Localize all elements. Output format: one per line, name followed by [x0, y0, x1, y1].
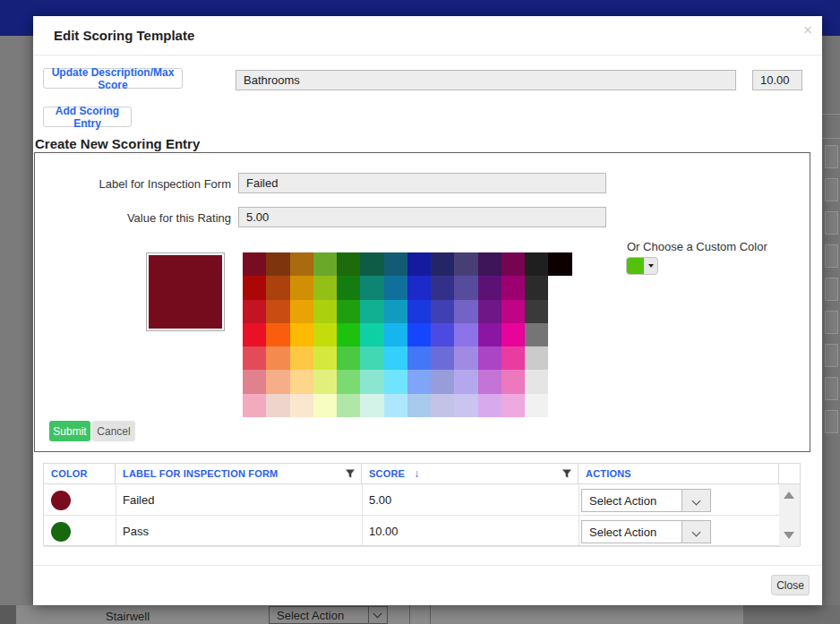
scroll-down-icon[interactable] — [784, 532, 794, 539]
value-field-input[interactable] — [238, 207, 606, 227]
palette-color[interactable] — [360, 323, 383, 346]
palette-color[interactable] — [337, 346, 360, 370]
palette-color[interactable] — [313, 370, 337, 393]
palette-color[interactable] — [243, 252, 266, 276]
table-scrollbar[interactable] — [779, 484, 800, 546]
palette-color[interactable] — [407, 346, 431, 370]
palette-color[interactable] — [290, 252, 313, 276]
palette-color[interactable] — [266, 346, 289, 370]
palette-color[interactable] — [290, 370, 313, 393]
close-button[interactable]: Close — [771, 575, 810, 595]
palette-color[interactable] — [360, 346, 383, 370]
palette-color[interactable] — [337, 323, 360, 346]
palette-color[interactable] — [266, 394, 289, 417]
palette-color[interactable] — [431, 300, 454, 323]
palette-color[interactable] — [407, 300, 431, 323]
palette-color[interactable] — [290, 300, 313, 323]
palette-color[interactable] — [431, 252, 454, 276]
palette-color[interactable] — [266, 300, 289, 323]
palette-color[interactable] — [360, 276, 383, 299]
palette-color[interactable] — [501, 252, 525, 276]
palette-color[interactable] — [407, 252, 431, 276]
palette-color[interactable] — [360, 370, 383, 393]
palette-color[interactable] — [384, 323, 407, 346]
palette-color[interactable] — [478, 323, 501, 346]
palette-color[interactable] — [525, 394, 548, 417]
palette-color[interactable] — [407, 276, 431, 299]
palette-color[interactable] — [431, 276, 454, 299]
palette-color[interactable] — [266, 276, 289, 299]
palette-color[interactable] — [313, 252, 337, 276]
palette-color[interactable] — [243, 300, 266, 323]
palette-color[interactable] — [478, 300, 501, 323]
cancel-button[interactable]: Cancel — [92, 421, 135, 441]
palette-color[interactable] — [501, 300, 525, 323]
filter-icon[interactable] — [345, 468, 356, 481]
column-header-actions[interactable]: ACTIONS — [579, 464, 779, 483]
palette-color[interactable] — [313, 323, 337, 346]
palette-color[interactable] — [290, 394, 313, 417]
max-score-input[interactable] — [752, 70, 802, 90]
palette-color[interactable] — [501, 370, 525, 393]
palette-color[interactable] — [501, 346, 525, 370]
palette-color[interactable] — [431, 346, 454, 370]
palette-color[interactable] — [266, 323, 289, 346]
palette-color[interactable] — [454, 346, 477, 370]
palette-color[interactable] — [337, 370, 360, 393]
palette-color[interactable] — [290, 276, 313, 299]
palette-color[interactable] — [313, 276, 337, 299]
palette-color[interactable] — [454, 300, 477, 323]
palette-color[interactable] — [266, 370, 289, 393]
palette-color[interactable] — [337, 276, 360, 299]
palette-color[interactable] — [407, 323, 431, 346]
palette-color[interactable] — [454, 323, 477, 346]
palette-color[interactable] — [478, 370, 501, 393]
palette-color[interactable] — [243, 276, 266, 299]
palette-color[interactable] — [290, 323, 313, 346]
palette-color[interactable] — [384, 276, 407, 299]
palette-color[interactable] — [384, 346, 407, 370]
palette-color[interactable] — [360, 252, 383, 276]
palette-color[interactable] — [313, 300, 337, 323]
label-field-input[interactable] — [238, 173, 606, 193]
close-icon[interactable]: × — [803, 21, 812, 39]
palette-color[interactable] — [431, 394, 454, 417]
scroll-up-icon[interactable] — [784, 492, 794, 499]
palette-color[interactable] — [454, 370, 477, 393]
palette-color[interactable] — [290, 346, 313, 370]
palette-color-black[interactable] — [548, 252, 571, 276]
palette-color[interactable] — [313, 346, 337, 370]
palette-color[interactable] — [337, 300, 360, 323]
palette-color[interactable] — [360, 394, 383, 417]
column-header-color[interactable]: COLOR — [44, 464, 116, 483]
palette-color[interactable] — [525, 276, 548, 299]
select-action-dropdown[interactable]: Select Action — [581, 489, 711, 512]
palette-color[interactable] — [407, 370, 431, 393]
palette-color[interactable] — [313, 394, 337, 417]
submit-button[interactable]: Submit — [49, 421, 90, 441]
palette-color[interactable] — [337, 252, 360, 276]
palette-color[interactable] — [384, 370, 407, 393]
palette-color[interactable] — [454, 394, 477, 417]
palette-color[interactable] — [431, 370, 454, 393]
palette-color[interactable] — [501, 394, 525, 417]
palette-color[interactable] — [525, 370, 548, 393]
palette-color[interactable] — [478, 394, 501, 417]
palette-color[interactable] — [431, 323, 454, 346]
palette-color[interactable] — [454, 252, 477, 276]
palette-color[interactable] — [360, 300, 383, 323]
palette-color[interactable] — [478, 252, 501, 276]
palette-color[interactable] — [243, 346, 266, 370]
palette-color[interactable] — [525, 300, 548, 323]
palette-color[interactable] — [501, 276, 525, 299]
column-header-label[interactable]: LABEL FOR INSPECTION FORM — [116, 464, 362, 483]
palette-color[interactable] — [478, 276, 501, 299]
palette-color[interactable] — [525, 346, 548, 370]
palette-color[interactable] — [384, 300, 407, 323]
palette-color[interactable] — [266, 252, 289, 276]
palette-color[interactable] — [525, 252, 548, 276]
palette-color[interactable] — [525, 323, 548, 346]
select-action-dropdown[interactable]: Select Action — [581, 520, 711, 543]
palette-color[interactable] — [407, 394, 431, 417]
palette-color[interactable] — [243, 370, 266, 393]
